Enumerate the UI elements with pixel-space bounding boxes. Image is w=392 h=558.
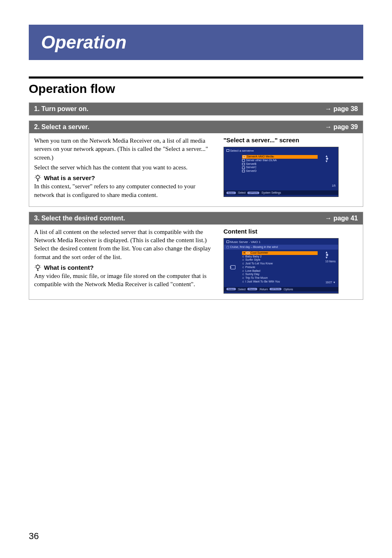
illustration-title: "Select a server..." screen bbox=[224, 137, 358, 144]
page-ref: → page 41 bbox=[325, 215, 358, 222]
illustration-title: Content list bbox=[224, 228, 358, 235]
svg-point-0 bbox=[36, 176, 39, 179]
chapter-title: Operation bbox=[41, 32, 127, 52]
down-arrow-icon: ▼ bbox=[333, 281, 335, 284]
step-header: 1. Turn power on. → page 38 bbox=[29, 103, 363, 115]
svg-point-8 bbox=[36, 265, 39, 269]
select-pill: Select bbox=[226, 192, 236, 194]
folder-path-icon: ▢ bbox=[226, 245, 229, 248]
monitor-icon bbox=[242, 167, 245, 169]
screen-header: Music Server - VAIO 1 bbox=[230, 240, 261, 244]
list-counter: 1/5 bbox=[318, 184, 336, 187]
paragraph: A list of all content on the selected se… bbox=[34, 228, 216, 261]
step-title: 2. Select a server. bbox=[34, 123, 89, 131]
monitor-icon bbox=[243, 155, 246, 158]
chapter-title-bar: Operation bbox=[29, 25, 363, 60]
screen-header: Select a server••• bbox=[230, 149, 254, 153]
content-list: ➜Cool Summer ♫Baby Baby 2 ♫Surfer Style … bbox=[240, 251, 318, 284]
tip-heading: What is a server? bbox=[34, 174, 216, 182]
monitor-icon bbox=[226, 149, 229, 152]
list-item: ♫Trip To The Moon bbox=[242, 276, 318, 280]
page-number: 36 bbox=[29, 531, 39, 542]
list-item: ♫Surfer Style bbox=[242, 258, 318, 262]
music-note-icon: ♫ bbox=[242, 269, 244, 273]
svg-line-13 bbox=[40, 265, 40, 266]
page-ref: → page 39 bbox=[325, 123, 358, 131]
music-note-icon: ♫ bbox=[242, 280, 244, 284]
list-counter: 10/27 bbox=[325, 281, 332, 284]
list-item: ➜Cool Summer bbox=[242, 251, 318, 255]
monitor-icon bbox=[226, 241, 229, 243]
return-pill: Return bbox=[247, 288, 258, 290]
option-pill: OPTION bbox=[247, 192, 259, 194]
list-item: ServerA-VAIO Media- bbox=[242, 155, 318, 159]
music-note-icon: ♫ bbox=[242, 273, 244, 276]
tip-body: In this context, "server" refers to any … bbox=[34, 182, 216, 199]
scroll-indicator-icon: ▲◆▼ bbox=[318, 251, 336, 259]
list-item: ♫Love Ballad bbox=[242, 269, 318, 273]
step-header: 3. Select the desired content. → page 41 bbox=[29, 212, 363, 225]
screen-footer: Select:Select Return:Return OPTION:Optio… bbox=[224, 287, 338, 292]
step-illustration: Content list Music Server - VAIO 1 ▢ Cru… bbox=[224, 228, 358, 294]
step-header: 2. Select a server. → page 39 bbox=[29, 121, 363, 133]
list-item: ServerB bbox=[242, 162, 318, 166]
section-heading: Operation flow bbox=[29, 76, 363, 96]
music-note-icon: ♫ bbox=[242, 258, 244, 262]
music-note-icon: ♫ bbox=[242, 276, 244, 280]
folder-icon bbox=[247, 252, 249, 254]
step-illustration: "Select a server..." screen Select a ser… bbox=[224, 137, 358, 201]
paragraph: Select the server which has the content … bbox=[34, 163, 216, 171]
step-title: 1. Turn power on. bbox=[34, 105, 88, 113]
arrow-icon: ➜ bbox=[243, 251, 245, 255]
monitor-icon bbox=[242, 163, 245, 165]
server-list: ServerA-VAIO Media- Server other than DL… bbox=[240, 155, 318, 187]
step-2: 2. Select a server. → page 39 When you t… bbox=[29, 120, 363, 207]
list-item: ♫Sunny Day bbox=[242, 273, 318, 276]
screen-subheader: Cruise, first day – Blowing in the wind bbox=[230, 245, 278, 248]
content-list-screen: Music Server - VAIO 1 ▢ Cruise, first da… bbox=[224, 238, 339, 294]
music-note-icon: ♫ bbox=[242, 255, 244, 259]
svg-line-4 bbox=[35, 176, 36, 176]
list-item: ♫Just To Let You Know bbox=[242, 262, 318, 266]
list-item: Server other than DLNA bbox=[242, 159, 318, 162]
list-item: ServerD bbox=[242, 169, 318, 173]
monitor-icon bbox=[242, 170, 245, 172]
scroll-indicator-icon: ▲◆▼ bbox=[318, 155, 336, 163]
music-note-icon: ♫ bbox=[242, 266, 244, 269]
screen-footer: Select:Select OPTION:System Settings bbox=[224, 190, 338, 195]
list-item: ♫I Just Want To Be With You bbox=[242, 280, 318, 284]
list-item: ServerC bbox=[242, 166, 318, 169]
step-text: When you turn on the Network Media Recei… bbox=[34, 137, 216, 201]
option-pill: OPTION bbox=[270, 288, 281, 290]
tip-body: Any video file, music file, or image fil… bbox=[34, 272, 216, 289]
step-1: 1. Turn power on. → page 38 bbox=[29, 102, 363, 116]
step-title: 3. Select the desired content. bbox=[34, 215, 125, 222]
svg-line-12 bbox=[35, 265, 36, 266]
lightbulb-icon bbox=[34, 174, 42, 182]
select-server-screen: Select a server••• ServerA-VAIO Media- S… bbox=[224, 147, 339, 197]
select-pill: Select bbox=[226, 288, 236, 290]
step-3: 3. Select the desired content. → page 41… bbox=[29, 212, 363, 300]
list-item: ♫Baby Baby 2 bbox=[242, 255, 318, 259]
monitor-icon bbox=[242, 159, 245, 162]
page-ref: → page 38 bbox=[325, 105, 358, 113]
paragraph: When you turn on the Network Media Recei… bbox=[34, 137, 216, 162]
tip-title: What is a server? bbox=[44, 174, 95, 182]
tip-title: What is content? bbox=[44, 264, 94, 272]
tip-heading: What is content? bbox=[34, 264, 216, 272]
step-text: A list of all content on the selected se… bbox=[34, 228, 216, 294]
list-item: ♫Prelude bbox=[242, 266, 318, 269]
music-note-icon: ♫ bbox=[242, 262, 244, 266]
svg-line-5 bbox=[40, 176, 40, 176]
items-count: 10 Items bbox=[318, 260, 336, 263]
folder-open-icon bbox=[231, 265, 235, 269]
lightbulb-icon bbox=[34, 264, 42, 271]
